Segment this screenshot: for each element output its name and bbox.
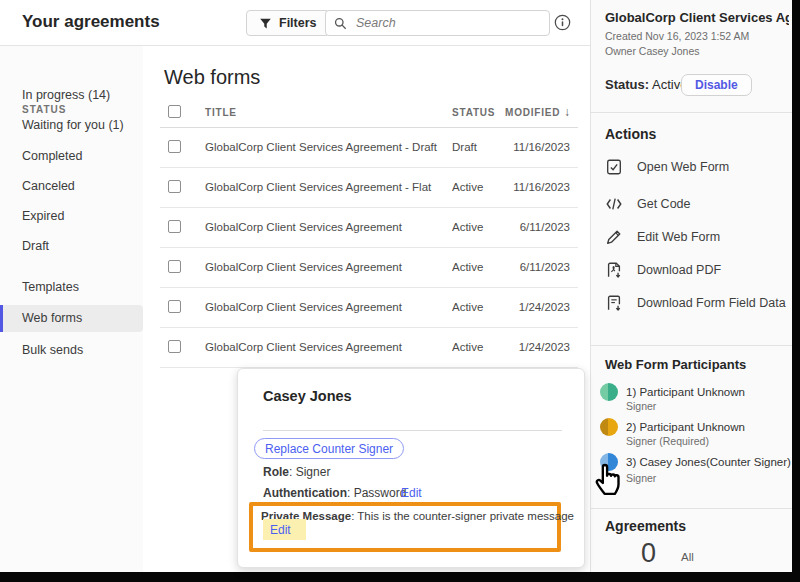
row-modified: 1/24/2023 <box>519 341 570 353</box>
private-message-value: This is the counter-signer private messa… <box>357 510 574 522</box>
row-checkbox[interactable] <box>168 220 181 233</box>
participant-role: Signer <box>626 400 656 412</box>
status-row: Status: Active <box>605 77 687 92</box>
row-title: GlobalCorp Client Services Agreement - D… <box>205 141 437 153</box>
sidebar-item-canceled[interactable]: Canceled <box>0 173 143 200</box>
info-icon[interactable] <box>554 14 571 31</box>
replace-counter-signer-button[interactable]: Replace Counter Signer <box>254 438 404 459</box>
row-title: GlobalCorp Client Services Agreement <box>205 221 402 233</box>
row-checkbox[interactable] <box>168 140 181 153</box>
row-status: Active <box>452 221 483 233</box>
sidebar-item-web-forms[interactable]: Web forms <box>0 305 143 332</box>
column-header-modified[interactable]: MODIFIED <box>505 107 560 118</box>
webforms-table: TITLE STATUS MODIFIED ↓ GlobalCorp Clien… <box>160 101 578 368</box>
sort-descending-icon[interactable]: ↓ <box>564 105 570 119</box>
search-icon <box>334 17 347 30</box>
action-edit-web-form[interactable]: Edit Web Form <box>605 228 720 246</box>
panel-divider <box>591 112 793 113</box>
popup-divider <box>263 430 562 431</box>
popup-authentication-row: Authentication: Password <box>263 486 406 500</box>
page-title: Your agreements <box>22 12 160 32</box>
table-row[interactable]: GlobalCorp Client Services Agreement Act… <box>160 208 578 248</box>
action-label: Download Form Field Data <box>637 296 786 310</box>
sidebar-item-in-progress[interactable]: In progress (14) <box>0 82 143 109</box>
participant-popup: Casey Jones Replace Counter Signer Role:… <box>237 368 585 568</box>
code-icon <box>605 195 623 213</box>
private-message-edit-highlight[interactable]: Edit <box>263 519 306 540</box>
actions-heading: Actions <box>605 126 656 142</box>
app-window: Your agreements Filters STATUS In progre <box>0 0 800 582</box>
sidebar-item-completed[interactable]: Completed <box>0 143 143 170</box>
row-checkbox[interactable] <box>168 180 181 193</box>
participant-avatar-1[interactable] <box>600 383 618 401</box>
private-message-row: Private Message: This is the counter-sig… <box>261 510 574 522</box>
action-label: Download PDF <box>637 263 721 277</box>
row-status: Active <box>452 301 483 313</box>
action-label: Edit Web Form <box>637 230 720 244</box>
open-web-form-icon <box>605 158 623 176</box>
download-form-data-icon <box>605 294 623 312</box>
row-modified: 6/11/2023 <box>520 261 570 273</box>
row-checkbox[interactable] <box>168 300 181 313</box>
participant-name[interactable]: 2) Participant Unknown <box>626 421 745 433</box>
agreements-all-label[interactable]: All <box>681 551 694 563</box>
select-all-checkbox[interactable] <box>168 105 181 118</box>
row-checkbox[interactable] <box>168 260 181 273</box>
panel-divider <box>591 345 793 346</box>
panel-divider <box>591 508 793 509</box>
row-status: Active <box>452 341 483 353</box>
window-edge-right <box>792 0 800 582</box>
agreements-heading: Agreements <box>605 518 686 534</box>
window-edge-bottom <box>0 572 800 582</box>
action-download-pdf[interactable]: Download PDF <box>605 261 721 279</box>
table-row[interactable]: GlobalCorp Client Services Agreement - F… <box>160 168 578 208</box>
table-row[interactable]: GlobalCorp Client Services Agreement Act… <box>160 288 578 328</box>
action-label: Open Web Form <box>637 160 729 174</box>
search-box[interactable] <box>325 10 550 36</box>
participant-avatar-2[interactable] <box>600 418 618 436</box>
agreement-owner: Owner Casey Jones <box>605 45 700 57</box>
authentication-edit-link[interactable]: Edit <box>401 486 422 500</box>
table-row[interactable]: GlobalCorp Client Services Agreement Act… <box>160 328 578 368</box>
sidebar-item-waiting-for-you[interactable]: Waiting for you (1) <box>0 112 143 139</box>
sidebar: STATUS In progress (14) Waiting for you … <box>0 46 143 572</box>
participant-name[interactable]: 3) Casey Jones(Counter Signer) <box>626 456 791 468</box>
column-header-status[interactable]: STATUS <box>452 107 495 118</box>
sidebar-item-draft[interactable]: Draft <box>0 233 143 260</box>
role-value: Signer <box>296 465 331 479</box>
sidebar-item-expired[interactable]: Expired <box>0 203 143 230</box>
table-header-row: TITLE STATUS MODIFIED ↓ <box>160 101 578 128</box>
action-get-code[interactable]: Get Code <box>605 195 691 213</box>
action-download-form-field-data[interactable]: Download Form Field Data <box>605 294 786 312</box>
table-row[interactable]: GlobalCorp Client Services Agreement Act… <box>160 248 578 288</box>
sidebar-item-templates[interactable]: Templates <box>0 274 143 301</box>
participant-name[interactable]: 1) Participant Unknown <box>626 386 745 398</box>
participants-heading: Web Form Participants <box>605 357 746 372</box>
search-input[interactable] <box>354 15 541 31</box>
action-open-web-form[interactable]: Open Web Form <box>605 158 729 176</box>
row-modified: 1/24/2023 <box>519 301 570 313</box>
authentication-value: Password <box>354 486 407 500</box>
popup-role-row: Role: Signer <box>263 465 330 479</box>
row-checkbox[interactable] <box>168 340 181 353</box>
row-status: Draft <box>452 141 477 153</box>
webforms-heading: Web forms <box>164 66 260 89</box>
column-header-title[interactable]: TITLE <box>205 107 237 118</box>
private-message-edit-link[interactable]: Edit <box>270 523 291 537</box>
authentication-label: Authentication <box>263 486 347 500</box>
row-status: Active <box>452 261 483 273</box>
details-panel: GlobalCorp Client Services Agreement Cre… <box>590 0 792 572</box>
participant-avatar-3[interactable] <box>600 453 618 471</box>
table-row[interactable]: GlobalCorp Client Services Agreement - D… <box>160 128 578 168</box>
disable-button[interactable]: Disable <box>681 74 752 96</box>
action-label: Get Code <box>637 197 691 211</box>
row-title: GlobalCorp Client Services Agreement <box>205 301 402 313</box>
filters-button[interactable]: Filters <box>246 10 330 36</box>
participant-role: Signer <box>626 472 656 484</box>
row-title: GlobalCorp Client Services Agreement <box>205 261 402 273</box>
row-modified: 6/11/2023 <box>520 221 570 233</box>
sidebar-item-bulk-sends[interactable]: Bulk sends <box>0 337 143 364</box>
status-label: Status: <box>605 77 649 92</box>
agreement-title: GlobalCorp Client Services Agreement <box>605 10 789 25</box>
participant-role: Signer (Required) <box>626 435 709 447</box>
